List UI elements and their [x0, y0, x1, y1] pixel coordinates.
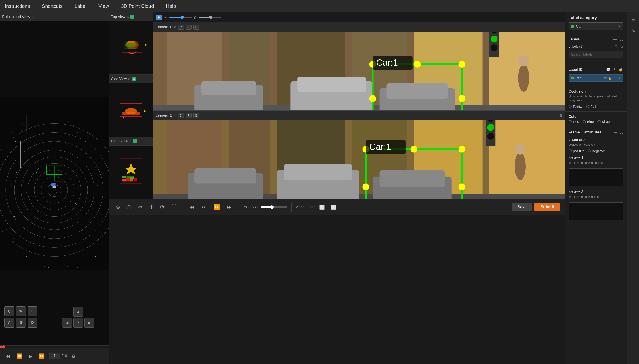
side-view-canvas[interactable]: [109, 84, 153, 136]
brightness-slider[interactable]: [169, 17, 191, 18]
labels-filter-btn[interactable]: ⌂: [620, 44, 623, 49]
strip-grid-btn[interactable]: ⊞: [628, 15, 638, 24]
menu-help[interactable]: Help: [163, 2, 179, 10]
camera-1-btn-f[interactable]: F: [186, 113, 191, 118]
frame-attrs-expand-btn[interactable]: ⛶: [619, 130, 623, 135]
label-lock-btn[interactable]: 🔒: [608, 76, 612, 80]
play-btn[interactable]: ▶: [27, 352, 34, 360]
nav-left[interactable]: ◀: [62, 318, 72, 328]
tool-skip-back[interactable]: ⏮: [187, 203, 197, 212]
tool-select[interactable]: ⊕: [113, 203, 122, 212]
category-dropdown[interactable]: Car ▼: [568, 22, 623, 30]
tool-rotate[interactable]: ⟳: [158, 203, 167, 212]
label-delete-btn[interactable]: 🗑: [613, 76, 616, 80]
menu-shortcuts[interactable]: Shortcuts: [39, 2, 65, 10]
prev-btn[interactable]: ⏪: [15, 352, 24, 360]
side-view-close[interactable]: ×: [128, 77, 130, 81]
color-red-radio[interactable]: [568, 120, 572, 123]
camera-0-btn-f[interactable]: F: [186, 25, 191, 30]
menu-view[interactable]: View: [96, 2, 112, 10]
labels-expand-btn[interactable]: ⛶: [619, 37, 623, 42]
svg-rect-124: [127, 176, 130, 178]
menu-instructions[interactable]: Instructions: [2, 2, 33, 10]
tool-prev-frame[interactable]: ⏭: [199, 203, 209, 212]
front-view-close[interactable]: ×: [129, 139, 131, 143]
str-attr-2-input[interactable]: [568, 202, 623, 220]
svg-point-76: [28, 208, 28, 208]
menu-label[interactable]: Label: [72, 2, 89, 10]
camera-1-expand[interactable]: ⊟: [560, 113, 563, 118]
point-cloud-close[interactable]: ×: [32, 14, 34, 19]
svg-point-37: [17, 243, 17, 243]
color-blue-option[interactable]: Blue: [583, 120, 594, 124]
camera-0-close[interactable]: ×: [174, 25, 176, 29]
nav-up[interactable]: ▲: [73, 307, 83, 316]
side-view-title: Side View: [111, 77, 127, 81]
color-red-option[interactable]: Red: [568, 120, 579, 124]
next-btn[interactable]: ⏩: [37, 352, 47, 360]
skip-start-btn[interactable]: ⏮: [4, 352, 12, 360]
tool-fullscreen[interactable]: ⛶: [169, 203, 179, 212]
label-id-visibility-btn[interactable]: 👁: [612, 67, 617, 72]
front-view-canvas[interactable]: [109, 146, 153, 199]
point-size-slider[interactable]: [261, 206, 287, 208]
point-cloud-canvas[interactable]: Q W E A S D ▲ ◀ ▼ ▶: [0, 21, 109, 345]
camera-0-expand[interactable]: ⊟: [560, 25, 563, 29]
frame-input[interactable]: [49, 353, 60, 359]
occlusion-full-radio[interactable]: [586, 105, 589, 108]
svg-point-147: [369, 95, 376, 102]
video-label-btn-2[interactable]: ⬜: [329, 203, 339, 211]
video-label-btn-1[interactable]: ⬜: [317, 203, 327, 211]
tool-skip-forward[interactable]: ⏭: [224, 203, 234, 212]
camera-1-close[interactable]: ×: [174, 114, 176, 117]
svg-rect-121: [130, 179, 133, 181]
camera-1-btn-c[interactable]: C: [178, 113, 184, 118]
save-button[interactable]: Save: [512, 203, 532, 211]
enum-positive-option[interactable]: positive: [568, 149, 584, 153]
labels-minimize-btn[interactable]: —: [613, 37, 617, 42]
camera-1-canvas[interactable]: Car:1: [153, 120, 565, 199]
camera-0-btn-c[interactable]: C: [178, 25, 184, 30]
label-id-comment-btn[interactable]: 💬: [606, 67, 611, 72]
tool-next-frame[interactable]: ⏩: [211, 203, 222, 212]
svg-rect-173: [283, 164, 352, 180]
camera-1-btn-b[interactable]: B: [193, 113, 199, 118]
top-view-close[interactable]: ×: [127, 15, 129, 19]
search-labels-input[interactable]: [568, 51, 623, 58]
occlusion-partial-radio[interactable]: [568, 105, 572, 108]
label-expand-btn[interactable]: ▲: [618, 76, 621, 80]
color-blue-radio[interactable]: [583, 120, 586, 123]
occlusion-options: Partial Full: [568, 104, 623, 108]
key-e: E: [28, 306, 37, 316]
submit-button[interactable]: Submit: [534, 203, 560, 211]
label-id-lock-btn[interactable]: 🔒: [618, 67, 623, 72]
enum-negative-radio[interactable]: [588, 149, 591, 152]
enum-negative-option[interactable]: negative: [588, 149, 605, 153]
label-item-car1[interactable]: Car:1 👁 🔒 🗑 ▲: [568, 74, 623, 82]
progress-handle[interactable]: [2, 345, 5, 348]
progress-bar[interactable]: [0, 345, 109, 348]
color-silver-radio[interactable]: [597, 120, 600, 123]
settings-btn[interactable]: ⚙: [70, 353, 77, 360]
occlusion-full-option[interactable]: Full: [586, 104, 596, 108]
camera-0-btn-b[interactable]: B: [193, 25, 199, 30]
tool-move[interactable]: ✛: [147, 203, 156, 212]
enum-positive-radio[interactable]: [568, 149, 572, 152]
occlusion-partial-option[interactable]: Partial: [568, 104, 582, 108]
top-view-canvas[interactable]: [109, 21, 153, 74]
contrast-slider[interactable]: [199, 17, 221, 18]
menu-3d-point-cloud[interactable]: 3D Point Cloud: [118, 2, 157, 10]
nav-right[interactable]: ▶: [84, 318, 94, 328]
front-view-panel: Front View × C: [109, 137, 153, 199]
label-visibility-btn[interactable]: 👁: [604, 76, 607, 80]
tool-pencil[interactable]: ✏: [136, 203, 145, 212]
svg-point-94: [54, 194, 55, 195]
frame-attrs-minimize-btn[interactable]: —: [613, 130, 618, 135]
labels-sort-btn[interactable]: ⇅: [615, 44, 618, 49]
nav-down[interactable]: ▼: [73, 318, 83, 328]
str-attr-1-input[interactable]: [568, 168, 623, 186]
strip-edit-btn[interactable]: ✎: [628, 26, 638, 36]
camera-0-canvas[interactable]: Car:1: [153, 32, 565, 110]
color-silver-option[interactable]: Silver: [597, 120, 610, 124]
tool-cube[interactable]: ⬡: [124, 203, 134, 212]
